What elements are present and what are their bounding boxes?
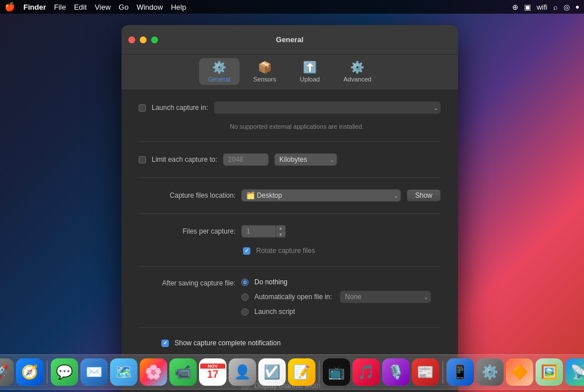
dock-item-mail[interactable]: ✉️ <box>80 358 108 386</box>
do-nothing-radio[interactable] <box>241 279 249 286</box>
dock-item-syspreferences[interactable]: ⚙️ <box>476 358 504 386</box>
tabs-bar: ⚙️ General 📦 Sensors ⬆️ Upload ⚙️ Advanc… <box>121 55 458 90</box>
menubar-file[interactable]: File <box>54 3 66 11</box>
launch-capture-select[interactable] <box>214 101 441 114</box>
maximize-button[interactable] <box>151 36 158 43</box>
launch-capture-row: Launch capture in: <box>139 101 441 114</box>
menubar: 🍎 Finder File Edit View Go Window Help ⊕… <box>0 0 584 14</box>
launch-script-label: Launch script <box>254 308 295 316</box>
dock-separator-2 <box>319 361 319 383</box>
launch-script-radio[interactable] <box>241 308 249 316</box>
menubar-clock: ● <box>575 3 579 11</box>
dock-item-appstore[interactable]: 📱 <box>447 358 474 386</box>
dock: 🔵 🚀 🧭 💬 ✉️ 🗺️ 🌸 📹 NOV 17 👤 ☑️ 📝 📺 🎵 🎙️ 📰… <box>0 354 584 390</box>
minimize-button[interactable] <box>140 36 147 43</box>
spinner-down[interactable]: ▼ <box>276 231 285 237</box>
dock-item-preview[interactable]: 🖼️ <box>536 358 563 386</box>
dock-separator-3 <box>443 361 443 383</box>
do-nothing-label: Do nothing <box>254 278 287 286</box>
dock-item-photos[interactable]: 🌸 <box>140 358 167 386</box>
files-per-capture-input[interactable] <box>241 225 275 238</box>
menubar-control-center[interactable]: ⊕ <box>512 3 518 11</box>
divider-3 <box>139 213 441 214</box>
rotate-capture-row: Rotate capture files <box>139 247 441 255</box>
apple-menu[interactable]: 🍎 <box>5 2 15 12</box>
launch-script-row: Launch script <box>241 308 431 316</box>
menubar-go[interactable]: Go <box>119 3 128 11</box>
auto-open-radio[interactable] <box>241 293 249 301</box>
traffic-lights <box>128 36 158 43</box>
limit-capture-input[interactable] <box>223 153 269 166</box>
dock-item-messages[interactable]: 💬 <box>51 358 78 386</box>
launch-capture-checkbox[interactable] <box>139 104 146 112</box>
divider-2 <box>139 177 441 178</box>
sensors-tab-label: Sensors <box>253 76 276 83</box>
auto-open-label: Automatically open file in: <box>254 293 332 301</box>
menubar-help[interactable]: Help <box>171 3 186 11</box>
files-per-capture-label: Files per capture: <box>139 227 236 235</box>
dock-item-reminders[interactable]: ☑️ <box>258 358 286 386</box>
menubar-window[interactable]: Window <box>136 3 163 11</box>
dock-item-launchpad[interactable]: 🚀 <box>0 358 14 386</box>
limit-capture-checkbox[interactable] <box>139 156 146 164</box>
general-tab-icon: ⚙️ <box>212 60 226 74</box>
tab-general[interactable]: ⚙️ General <box>199 58 240 85</box>
dock-item-safari[interactable]: 🧭 <box>16 358 43 386</box>
sensors-tab-icon: 📦 <box>258 60 272 74</box>
general-tab-label: General <box>208 76 230 83</box>
dock-separator-1 <box>47 361 47 383</box>
dock-item-podcasts[interactable]: 🎙️ <box>382 358 409 386</box>
dock-item-airdrop[interactable]: 📡 <box>565 358 584 386</box>
dock-item-facetime[interactable]: 📹 <box>169 358 197 386</box>
upload-tab-icon: ⬆️ <box>303 60 317 74</box>
dock-item-contacts[interactable]: 👤 <box>229 358 256 386</box>
divider-4 <box>139 266 441 267</box>
notification-checkbox[interactable] <box>161 340 169 347</box>
dock-item-news[interactable]: 📰 <box>412 358 439 386</box>
menubar-edit[interactable]: Edit <box>74 3 87 11</box>
menubar-view[interactable]: View <box>95 3 111 11</box>
show-button[interactable]: Show <box>407 189 441 202</box>
menubar-wifi[interactable]: wifi <box>537 3 548 11</box>
files-per-capture-stepper[interactable]: ▲ ▼ <box>275 225 286 238</box>
dock-item-arc[interactable]: 🔶 <box>506 358 533 386</box>
notification-row: Show capture complete notification <box>139 339 441 347</box>
window-content: Launch capture in: No supported external… <box>121 90 458 392</box>
app-window: General ⚙️ General 📦 Sensors ⬆️ Upload ⚙… <box>121 25 458 392</box>
divider-1 <box>139 141 441 142</box>
limit-capture-row: Limit each capture to: Kilobytes Megabyt… <box>139 153 441 166</box>
titlebar: General <box>121 25 458 55</box>
rotate-capture-checkbox[interactable] <box>243 247 250 255</box>
menubar-finder[interactable]: Finder <box>23 3 46 11</box>
dock-item-maps[interactable]: 🗺️ <box>110 358 137 386</box>
menubar-siri[interactable]: ◎ <box>563 3 570 11</box>
divider-5 <box>139 327 441 328</box>
menubar-search[interactable]: ⌕ <box>553 3 558 11</box>
dock-item-calendar[interactable]: NOV 17 <box>199 358 226 386</box>
advanced-tab-label: Advanced <box>343 76 371 83</box>
advanced-tab-icon: ⚙️ <box>350 60 364 74</box>
dock-item-appletv[interactable]: 📺 <box>323 358 350 386</box>
dock-item-music[interactable]: 🎵 <box>352 358 380 386</box>
tab-sensors[interactable]: 📦 Sensors <box>244 58 285 85</box>
capture-location-select[interactable]: 🗂️ Desktop <box>241 189 401 202</box>
do-nothing-row: Do nothing <box>241 278 431 286</box>
auto-open-row: Automatically open file in: None <box>241 291 431 303</box>
capture-location-row: Capture files location: 🗂️ Desktop Show <box>139 189 441 202</box>
after-saving-label: After saving capture file: <box>139 278 236 287</box>
launch-capture-hint: No supported external applications are i… <box>230 123 364 130</box>
limit-capture-unit-select[interactable]: Kilobytes Megabytes <box>274 153 337 166</box>
auto-open-select[interactable]: None <box>340 291 431 303</box>
files-per-capture-row: Files per capture: ▲ ▼ <box>139 225 441 238</box>
menubar-display[interactable]: ▣ <box>524 3 531 11</box>
launch-capture-label: Launch capture in: <box>152 104 208 112</box>
launch-capture-hint-row: No supported external applications are i… <box>139 123 441 130</box>
tab-advanced[interactable]: ⚙️ Advanced <box>334 58 380 85</box>
spinner-up[interactable]: ▲ <box>276 226 285 231</box>
limit-capture-label: Limit each capture to: <box>152 156 217 164</box>
tab-upload[interactable]: ⬆️ Upload <box>290 58 330 85</box>
dock-item-notes[interactable]: 📝 <box>288 358 315 386</box>
close-button[interactable] <box>128 36 135 43</box>
rotate-capture-label: Rotate capture files <box>256 247 315 255</box>
window-title: General <box>276 35 303 44</box>
